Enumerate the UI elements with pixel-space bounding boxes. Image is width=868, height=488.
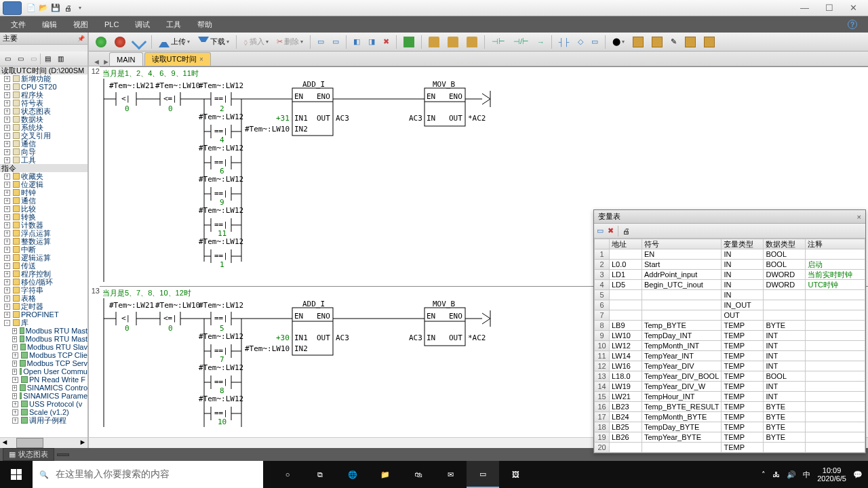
branch-icon-1[interactable]: ┤├ bbox=[556, 35, 572, 49]
tool-icon-3[interactable]: ◧ bbox=[351, 35, 363, 49]
variable-table[interactable]: 地址 符号 变量类型 数据类型 注释 1ENINBOOL2L0.0StartIN… bbox=[594, 239, 865, 453]
tree-item[interactable]: +比较 bbox=[4, 205, 87, 213]
tree-lib-item[interactable]: +Modbus TCP Clie bbox=[12, 351, 87, 359]
variable-row[interactable]: 10LW12TempMonth_INTTEMPINT bbox=[595, 341, 865, 351]
tree-item[interactable]: +整数运算 bbox=[4, 237, 87, 245]
tree-item[interactable]: +逻辑运算 bbox=[4, 253, 87, 262]
tree-item[interactable]: +PROFINET bbox=[4, 310, 87, 319]
tree-item[interactable]: +程序块 bbox=[4, 91, 87, 99]
tree-lib-item[interactable]: +SINAMICS Parame bbox=[12, 392, 87, 400]
variable-row[interactable]: 19LB26TempYear_BYTETEMPBYTE bbox=[595, 432, 865, 443]
taskbar-mail-icon[interactable]: ✉ bbox=[434, 461, 467, 488]
taskbar-explorer-icon[interactable]: 📁 bbox=[369, 461, 401, 488]
contact-no-icon[interactable]: ⊣⊢ bbox=[489, 35, 508, 49]
variable-row[interactable]: 13L18.0TempYear_DIV_BOOLTEMPBOOL bbox=[595, 371, 865, 382]
variable-row[interactable]: 8LB9Temp_BYTETEMPBYTE bbox=[595, 321, 865, 331]
tree-lib-item[interactable]: +SINAMICS Contro bbox=[12, 384, 87, 392]
tree-item[interactable]: +计数器 bbox=[4, 221, 87, 229]
tool-icon-e[interactable] bbox=[701, 35, 717, 49]
variable-table-panel[interactable]: 变量表 × ▭ ✖ 🖨 地址 符号 变量类型 数据类型 注释 1ENINBOOL… bbox=[593, 209, 866, 453]
tree-item[interactable]: +中断 bbox=[4, 245, 87, 253]
tray-volume-icon[interactable]: 🔊 bbox=[787, 470, 796, 479]
lock-icon-2[interactable] bbox=[445, 35, 461, 49]
tree-item[interactable]: +向导 bbox=[4, 148, 87, 156]
lock-icon-3[interactable] bbox=[464, 35, 480, 49]
col-comment[interactable]: 注释 bbox=[806, 239, 865, 249]
tree-lib-item[interactable]: +Modbus RTU Mast bbox=[12, 335, 87, 343]
variable-row[interactable]: 6IN_OUT bbox=[595, 300, 865, 310]
insert-button[interactable]: ⎀插入▾ bbox=[241, 35, 271, 49]
tree-item[interactable]: +符号表 bbox=[4, 99, 87, 107]
variable-row[interactable]: 12LW16TempYear_DIVTEMPINT bbox=[595, 361, 865, 371]
col-addr[interactable]: 地址 bbox=[610, 239, 642, 249]
menu-debug[interactable]: 调试 bbox=[135, 20, 150, 30]
tree-item[interactable]: +时钟 bbox=[4, 188, 87, 197]
tree-lib-item[interactable]: +Open User Commu bbox=[12, 367, 87, 375]
coil-icon[interactable]: → bbox=[534, 35, 547, 49]
tree-tb-5[interactable]: ▥ bbox=[54, 53, 66, 65]
taskbar-search[interactable]: 🔍 在这里输入你要搜索的内容 bbox=[33, 461, 263, 488]
menu-edit[interactable]: 编辑 bbox=[42, 20, 57, 30]
compile-button[interactable] bbox=[131, 35, 147, 49]
tool-icon-b[interactable] bbox=[649, 35, 665, 49]
minimize-button[interactable]: — bbox=[800, 3, 809, 13]
variable-row[interactable]: 5IN bbox=[595, 290, 865, 300]
tab-nav-icon[interactable]: ◄ ► bbox=[93, 58, 110, 66]
instruction-root[interactable]: 指令 bbox=[0, 164, 87, 172]
run-button[interactable] bbox=[93, 35, 109, 49]
taskview-icon[interactable]: ⧉ bbox=[304, 461, 336, 488]
col-vartype[interactable]: 变量类型 bbox=[722, 239, 764, 249]
variable-row[interactable]: 18LB25TempDay_BYTETEMPBYTE bbox=[595, 422, 865, 432]
tree-item[interactable]: +通信 bbox=[4, 140, 87, 148]
tool-icon-1[interactable]: ▭ bbox=[315, 35, 327, 49]
variable-row[interactable]: 16LB23Temp_BYTE_RESULTTEMPBYTE bbox=[595, 402, 865, 412]
tree-item[interactable]: +定时器 bbox=[4, 302, 87, 310]
tree-item[interactable]: +程序控制 bbox=[4, 270, 87, 278]
tool-icon-4[interactable]: ◨ bbox=[366, 35, 378, 49]
variable-row[interactable]: 15LW21TempHour_INTTEMPINT bbox=[595, 392, 865, 402]
variable-table-titlebar[interactable]: 变量表 × bbox=[594, 210, 865, 224]
variable-row[interactable]: 7OUT bbox=[595, 310, 865, 321]
tree-tb-3[interactable]: ▭ bbox=[27, 53, 39, 65]
tree-tb-1[interactable]: ▭ bbox=[1, 53, 14, 65]
tree-item[interactable]: +字符串 bbox=[4, 286, 87, 294]
taskbar-photos-icon[interactable]: 🖼 bbox=[499, 461, 532, 488]
vt-tool-print-icon[interactable]: 🖨 bbox=[623, 227, 630, 235]
variable-row[interactable]: 11LW14TempYear_INTTEMPINT bbox=[595, 351, 865, 361]
vt-tool-1[interactable]: ▭ bbox=[597, 226, 604, 235]
tree-tb-2[interactable]: ▭ bbox=[14, 53, 26, 65]
tree-item[interactable]: +工具 bbox=[4, 156, 87, 164]
tray-chevron-icon[interactable]: ˄ bbox=[762, 470, 766, 479]
tree-item[interactable]: +位逻辑 bbox=[4, 180, 87, 188]
variable-row[interactable]: 4LD5Begin_UTC_inoutINDWORDUTC时钟 bbox=[595, 280, 865, 290]
tree-lib-item[interactable]: +Modbus RTU Mast bbox=[12, 327, 87, 335]
taskbar-app-icon[interactable]: ▭ bbox=[467, 461, 499, 488]
left-pane-pin-icon[interactable]: 📌 bbox=[77, 35, 85, 42]
tree-item[interactable]: +CPU ST20 bbox=[4, 83, 87, 91]
variable-row[interactable]: 1ENINBOOL bbox=[595, 249, 865, 260]
qat-dropdown-icon[interactable]: ▾ bbox=[75, 3, 85, 14]
tree-lib-item[interactable]: +PN Read Write F bbox=[12, 375, 87, 384]
tree-item[interactable]: +通信 bbox=[4, 197, 87, 205]
tree-lib-item[interactable]: +Modbus TCP Serv bbox=[12, 359, 87, 367]
toggle-icon[interactable]: ⬤▾ bbox=[610, 35, 627, 49]
variable-row[interactable]: 9LW10TempDay_INTTEMPINT bbox=[595, 331, 865, 341]
tree-hscroll[interactable]: ◄► bbox=[0, 437, 87, 448]
close-button[interactable]: ✕ bbox=[850, 3, 857, 13]
menu-file[interactable]: 文件 bbox=[11, 20, 26, 30]
menu-tools[interactable]: 工具 bbox=[166, 20, 181, 30]
tab-utc[interactable]: 读取UTC时间× bbox=[144, 52, 211, 66]
tree-lib-item[interactable]: +调用子例程 bbox=[12, 416, 87, 424]
variable-row[interactable]: 20TEMP bbox=[595, 443, 865, 453]
tree-item[interactable]: +表格 bbox=[4, 294, 87, 302]
stop-button[interactable] bbox=[112, 35, 128, 49]
variable-row[interactable]: 14LW19TempYear_DIV_WTEMPINT bbox=[595, 382, 865, 392]
tree-item[interactable]: +状态图表 bbox=[4, 107, 87, 115]
tab-blank[interactable] bbox=[57, 453, 69, 456]
tray-ime[interactable]: 中 bbox=[803, 470, 810, 480]
tray-notifications-icon[interactable]: 💬 bbox=[853, 470, 863, 479]
tree-item[interactable]: +浮点运算 bbox=[4, 229, 87, 237]
tree-tb-4[interactable]: ▤ bbox=[41, 53, 54, 65]
system-tray[interactable]: ˄ 🖧 🔊 中 10:092020/6/5 💬 bbox=[756, 466, 868, 483]
project-tree[interactable]: 读取UTC时间 (D:\200SM +新增功能+CPU ST20+程序块+符号表… bbox=[0, 66, 87, 437]
